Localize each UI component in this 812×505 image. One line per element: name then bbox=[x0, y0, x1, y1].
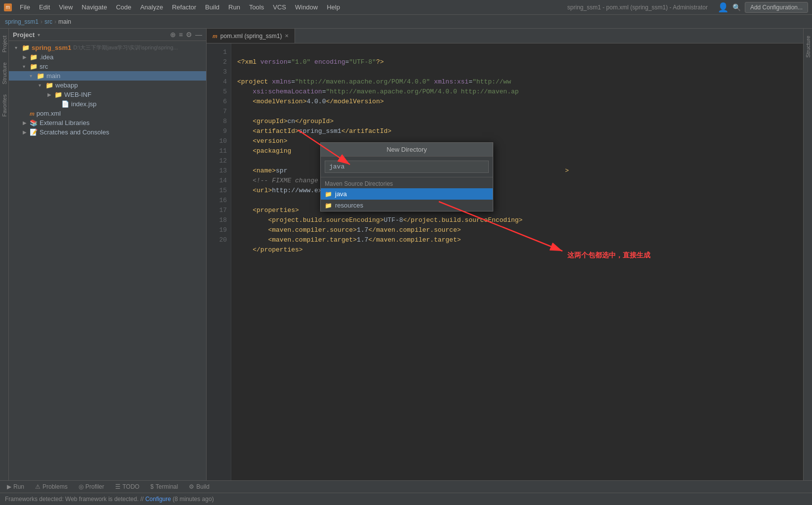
profiler-label: Profiler bbox=[85, 483, 104, 490]
tree-item-webinf[interactable]: ▶ 📁 WEB-INF bbox=[9, 90, 206, 99]
editor-area: m pom.xml (spring_ssm1) ✕ 12345 678910 1… bbox=[207, 29, 803, 480]
tree-label-ext-libs: External Libraries bbox=[40, 119, 89, 126]
menu-file[interactable]: File bbox=[16, 1, 34, 13]
menu-analyze[interactable]: Analyze bbox=[136, 1, 167, 13]
right-tab-structure[interactable]: Structure bbox=[805, 36, 811, 58]
run-label: Run bbox=[13, 483, 24, 490]
menu-refactor[interactable]: Refactor bbox=[168, 1, 200, 13]
maven-item-resources[interactable]: 📁 resources bbox=[321, 200, 493, 211]
menu-bar: File Edit View Navigate Code Analyze Ref… bbox=[16, 1, 557, 13]
code-body[interactable]: <?xml version="1.0" encoding="UTF-8"?> <… bbox=[231, 43, 803, 480]
editor-tab-bar: m pom.xml (spring_ssm1) ✕ bbox=[207, 29, 803, 43]
breadcrumb-sep1: › bbox=[41, 18, 43, 25]
todo-icon: ☰ bbox=[115, 483, 121, 490]
tree-item-scratches[interactable]: ▶ 📝 Scratches and Consoles bbox=[9, 127, 206, 137]
expand-arrow: ▾ bbox=[15, 45, 22, 50]
code-content: 12345 678910 1112131415 1617181920 <?xml… bbox=[207, 43, 803, 480]
left-panel-tabs: Project Structure Favorites bbox=[0, 29, 9, 480]
main-layout: Project Structure Favorites Project ▾ ⊕ … bbox=[0, 29, 812, 480]
menu-edit[interactable]: Edit bbox=[35, 1, 54, 13]
tree-item-indexjsp[interactable]: 📄 index.jsp bbox=[9, 99, 206, 109]
scratches-icon: 📝 bbox=[30, 128, 38, 136]
breadcrumb-project[interactable]: spring_ssm1 bbox=[5, 18, 39, 25]
tree-label-scratches: Scratches and Consoles bbox=[40, 128, 109, 136]
maven-java-label: java bbox=[335, 190, 347, 198]
tree-label-root: spring_ssm1 bbox=[32, 44, 71, 51]
tab-pomxml[interactable]: m pom.xml (spring_ssm1) ✕ bbox=[207, 29, 295, 43]
bottom-tab-build[interactable]: ⚙ Build bbox=[184, 482, 214, 492]
bottom-tab-run[interactable]: ▶ Run bbox=[2, 482, 29, 492]
left-tab-structure[interactable]: Structure bbox=[1, 62, 7, 84]
time-ago-text: (8 minutes ago) bbox=[172, 496, 214, 503]
breadcrumb-main[interactable]: main bbox=[58, 18, 71, 25]
locate-icon[interactable]: ⊕ bbox=[170, 31, 176, 39]
bottom-tab-todo[interactable]: ☰ TODO bbox=[110, 482, 144, 492]
main-folder-icon: 📁 bbox=[37, 72, 44, 80]
tree-label-indexjsp: index.jsp bbox=[71, 100, 96, 108]
tree-item-ext-libs[interactable]: ▶ 📚 External Libraries bbox=[9, 118, 206, 127]
tree-item-webapp[interactable]: ▾ 📁 webapp bbox=[9, 81, 206, 90]
project-sidebar: Project ▾ ⊕ ≡ ⚙ — ▾ 📁 spring_ssm1 D:\大三下… bbox=[9, 29, 207, 480]
menu-view[interactable]: View bbox=[55, 1, 77, 13]
menu-tools[interactable]: Tools bbox=[245, 1, 268, 13]
menu-window[interactable]: Window bbox=[291, 1, 322, 13]
left-tab-favorites[interactable]: Favorites bbox=[1, 94, 7, 117]
webinf-folder-icon: 📁 bbox=[54, 91, 62, 98]
sidebar-dropdown-icon[interactable]: ▾ bbox=[38, 32, 40, 38]
tree-label-main: main bbox=[46, 72, 60, 80]
menu-build[interactable]: Build bbox=[201, 1, 223, 13]
sidebar-header: Project ▾ ⊕ ≡ ⚙ — bbox=[9, 29, 206, 41]
jsp-file-icon: 📄 bbox=[61, 100, 69, 108]
minimize-icon[interactable]: — bbox=[195, 31, 202, 39]
configure-link[interactable]: Configure bbox=[145, 496, 171, 503]
tree-item-main[interactable]: ▾ 📁 main bbox=[9, 71, 206, 81]
bottom-tab-profiler[interactable]: ◎ Profiler bbox=[74, 482, 109, 492]
left-tab-project[interactable]: Project bbox=[1, 36, 7, 52]
new-directory-title: New Directory bbox=[321, 143, 493, 157]
new-directory-input-area bbox=[321, 157, 493, 177]
bottom-tab-terminal[interactable]: $ Terminal bbox=[145, 482, 183, 492]
search-icon[interactable]: 🔍 bbox=[732, 3, 741, 11]
title-bar: m File Edit View Navigate Code Analyze R… bbox=[0, 0, 812, 15]
tree-item-idea[interactable]: ▶ 📁 .idea bbox=[9, 52, 206, 62]
menu-vcs[interactable]: VCS bbox=[269, 1, 290, 13]
idea-folder-icon: 📁 bbox=[30, 53, 38, 61]
code-editor[interactable]: 12345 678910 1112131415 1617181920 <?xml… bbox=[207, 43, 803, 480]
project-folder-icon: 📁 bbox=[22, 44, 30, 51]
line-numbers: 12345 678910 1112131415 1617181920 bbox=[207, 43, 231, 480]
frameworks-detected-text: Frameworks detected: Web framework is de… bbox=[5, 496, 145, 503]
tree-item-root[interactable]: ▾ 📁 spring_ssm1 D:\大三下学期java学习\实训\spring… bbox=[9, 43, 206, 52]
bottom-tab-problems[interactable]: ⚠ Problems bbox=[30, 482, 73, 492]
expand-arrow-main: ▾ bbox=[30, 73, 37, 79]
new-directory-input[interactable] bbox=[325, 161, 489, 173]
right-panel: Structure bbox=[803, 29, 812, 480]
run-icon: ▶ bbox=[7, 483, 11, 490]
menu-code[interactable]: Code bbox=[112, 1, 135, 13]
tab-label: pom.xml (spring_ssm1) bbox=[220, 33, 282, 40]
expand-arrow-idea: ▶ bbox=[23, 54, 30, 60]
settings-icon[interactable]: ⚙ bbox=[186, 31, 192, 39]
breadcrumb-src[interactable]: src bbox=[44, 18, 52, 25]
tree-item-pomxml[interactable]: m pom.xml bbox=[9, 109, 206, 118]
menu-navigate[interactable]: Navigate bbox=[78, 1, 111, 13]
tab-close-icon[interactable]: ✕ bbox=[285, 33, 289, 39]
profile-icon[interactable]: 👤 bbox=[718, 2, 728, 13]
menu-run[interactable]: Run bbox=[224, 1, 244, 13]
tree-label-src: src bbox=[40, 63, 48, 70]
collapse-icon[interactable]: ≡ bbox=[179, 31, 183, 39]
new-directory-popup: New Directory Maven Source Directories 📁… bbox=[320, 142, 493, 211]
expand-arrow-src: ▾ bbox=[23, 64, 30, 69]
terminal-label: Terminal bbox=[156, 483, 178, 490]
tree-label-webapp: webapp bbox=[55, 82, 78, 89]
tree-item-src[interactable]: ▾ 📁 src bbox=[9, 62, 206, 71]
maven-resources-folder-icon: 📁 bbox=[325, 202, 332, 209]
expand-arrow-webapp: ▾ bbox=[39, 83, 45, 88]
menu-help[interactable]: Help bbox=[323, 1, 344, 13]
problems-icon: ⚠ bbox=[35, 483, 41, 490]
tree-path: D:\大三下学期java学习\实训\spring\spring... bbox=[73, 44, 178, 51]
todo-label: TODO bbox=[123, 483, 139, 490]
maven-item-java[interactable]: 📁 java bbox=[321, 188, 493, 200]
add-config-button[interactable]: Add Configuration... bbox=[745, 2, 808, 13]
window-title: spring_ssm1 - pom.xml (spring_ssm1) - Ad… bbox=[567, 4, 708, 11]
webapp-folder-icon: 📁 bbox=[45, 82, 53, 89]
